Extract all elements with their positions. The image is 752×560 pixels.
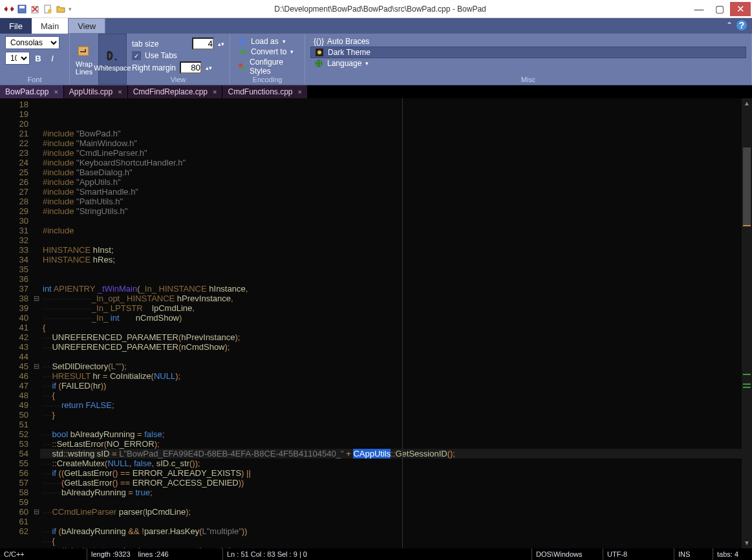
svg-point-11 [317,50,321,54]
right-margin-input[interactable] [180,61,202,74]
font-size-select[interactable]: 10 [5,52,30,65]
group-label-misc: Misc [305,76,751,83]
whitespace-button[interactable]: Whitespace [98,34,127,85]
svg-rect-1 [19,6,25,8]
tab-close-icon[interactable]: × [298,88,302,96]
ribbon-group-font: Consolas 10 B I Font [0,34,70,85]
status-bar: C/C++ length : 9323 lines : 246 Ln : 51 … [0,548,752,560]
tab-close-icon[interactable]: × [54,88,58,96]
load-as-icon [238,37,247,46]
use-tabs-checkbox[interactable]: ✓ [132,51,141,60]
use-tabs-label: Use Tabs [145,51,177,60]
ribbon-group-view: tab size ▴▾ ✓ Use Tabs Right margin ▴▾ V… [127,34,230,85]
document-tabs: BowPad.cpp× AppUtils.cpp× CmdFindReplace… [0,85,752,98]
help-icon[interactable]: ? [736,20,747,30]
status-eol[interactable]: DOS\Windows [532,548,603,560]
wrap-lines-button[interactable]: Wrap Lines [70,34,98,85]
fold-column[interactable]: ⊟⊟⊟ [32,98,40,548]
convert-to-button[interactable]: Convert to ▾ [235,47,299,57]
globe-icon [314,59,323,68]
language-button[interactable]: Language ▾ [310,58,746,69]
tab-close-icon[interactable]: × [213,88,217,96]
menu-view[interactable]: View [68,18,105,34]
right-margin-label: Right margin [132,63,176,72]
ribbon: Consolas 10 B I Font Wrap Lines Whitespa… [0,34,752,85]
svg-point-6 [115,58,117,60]
delete-icon[interactable] [30,4,40,14]
convert-icon [238,47,247,56]
svg-point-4 [48,9,52,13]
status-insert-mode[interactable]: INS [674,548,713,560]
palette-icon [238,62,246,71]
menu-main[interactable]: Main [32,18,68,34]
status-position: Ln : 51 Col : 83 Sel : 9 | 0 [223,548,532,560]
open-icon[interactable] [56,4,66,14]
save-icon[interactable] [17,4,27,14]
theme-icon [315,48,324,57]
load-as-button[interactable]: Load as ▾ [235,36,299,47]
scroll-thumb[interactable] [743,147,751,225]
status-encoding[interactable]: UTF-8 [603,548,674,560]
app-icon [4,5,14,14]
whitespace-icon [104,48,121,63]
menu-file[interactable]: File [0,18,32,34]
tab-cmdfindreplace[interactable]: CmdFindReplace.cpp× [128,85,223,98]
group-label-encoding: Encoding [230,76,305,83]
new-file-icon[interactable] [43,4,53,14]
code-editor[interactable]: 1819202122232425262728293031323334353637… [0,98,752,548]
status-language[interactable]: C/C++ [0,548,87,560]
ribbon-group-misc: {()} Auto Braces Dark Theme Language ▾ M… [305,34,752,85]
tabsize-input[interactable] [192,38,214,50]
svg-point-9 [241,66,245,70]
vertical-scrollbar[interactable]: ▲ ▼ [742,98,752,548]
tab-apputils[interactable]: AppUtils.cpp× [64,85,128,98]
auto-braces-button[interactable]: {()} Auto Braces [310,36,746,47]
line-number-gutter: 1819202122232425262728293031323334353637… [0,98,32,548]
ribbon-collapse-icon[interactable]: ⌃ [726,21,733,30]
scroll-down-icon[interactable]: ▼ [742,538,752,548]
status-tabs[interactable]: tabs: 4 [713,548,752,560]
titlebar: ▾ D:\Development\BowPad\BowPad\src\BowPa… [0,0,752,18]
group-label-font: Font [0,76,69,83]
margin-ruler [402,98,403,548]
tabsize-label: tab size [132,39,158,48]
svg-rect-7 [239,38,246,45]
status-length: length : 9323 lines : 246 [87,548,223,560]
window-title: D:\Development\BowPad\BowPad\src\BowPad.… [72,5,689,14]
minimize-button[interactable]: — [689,2,709,16]
dark-theme-button[interactable]: Dark Theme [310,47,746,58]
scroll-up-icon[interactable]: ▲ [742,98,752,109]
ribbon-group-encoding: Load as ▾ Convert to ▾ Configure Styles … [230,34,305,85]
tab-bowpad[interactable]: BowPad.cpp× [0,85,64,98]
code-area[interactable]: #include "BowPad.h"#include "MainWindow.… [40,98,752,548]
configure-styles-button[interactable]: Configure Styles [235,57,299,76]
italic-button[interactable]: I [47,52,58,64]
wrap-icon [76,45,92,59]
tab-close-icon[interactable]: × [118,88,122,96]
tab-cmdfunctions[interactable]: CmdFunctions.cpp× [222,85,307,98]
close-button[interactable]: ✕ [730,2,751,16]
menu-bar: File Main View ⌃ ? [0,18,752,34]
group-label-view: View [127,76,230,83]
bold-button[interactable]: B [32,52,44,64]
maximize-button[interactable]: ▢ [709,2,730,16]
braces-icon: {()} [314,37,323,46]
font-family-select[interactable]: Consolas [5,36,59,49]
